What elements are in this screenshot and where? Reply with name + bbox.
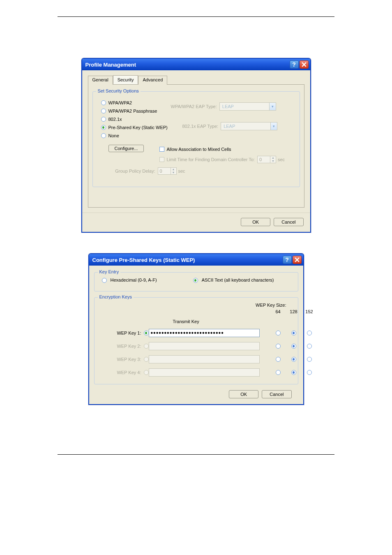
group-encryption-keys: Encryption Keys: [98, 294, 134, 299]
help-icon[interactable]: ?: [290, 60, 299, 69]
window-title: Configure Pre-Shared Keys (Static WEP): [92, 257, 195, 263]
wpa-eap-label: WPA/WPA2 EAP Type:: [171, 104, 217, 109]
gpd-spinner: 0 ▲▼: [158, 167, 177, 175]
wep1-size-128[interactable]: [291, 331, 296, 335]
radio-8021x[interactable]: [101, 117, 106, 122]
wep4-size-64[interactable]: [276, 370, 281, 375]
wep4-size-152[interactable]: [307, 370, 312, 375]
radio-none[interactable]: [101, 133, 106, 138]
wep3-input[interactable]: [149, 355, 260, 363]
wep-key-size-label: WEP Key Size:: [256, 303, 286, 308]
gpd-value: 0: [158, 169, 171, 173]
sec-label-2: sec: [178, 169, 185, 173]
radio-hex[interactable]: [102, 278, 107, 283]
size-128: 128: [286, 309, 302, 314]
limit-time-label: Limit Time for Finding Domain Controller…: [167, 157, 255, 162]
allow-mixed-label: Allow Association to Mixed Cells: [167, 147, 231, 152]
sec-label: sec: [278, 157, 285, 162]
close-icon[interactable]: [293, 256, 302, 264]
profile-management-dialog: Profile Management ? General Security Ad…: [81, 58, 311, 233]
wep3-label: WEP Key 3:: [99, 357, 144, 362]
top-divider: [58, 16, 334, 17]
wep3-size-152[interactable]: [307, 357, 312, 362]
tab-general[interactable]: General: [88, 76, 113, 85]
wep2-size-64[interactable]: [276, 344, 281, 349]
ok-button[interactable]: OK: [229, 390, 258, 398]
cancel-button[interactable]: Cancel: [274, 218, 303, 226]
titlebar: Configure Pre-Shared Keys (Static WEP) ?: [89, 254, 303, 266]
radio-psk-label: Pre-Shared Key (Static WEP): [108, 125, 168, 130]
radio-ascii[interactable]: [193, 278, 198, 283]
wep2-input[interactable]: [149, 342, 260, 350]
help-icon[interactable]: ?: [283, 256, 292, 264]
group-key-entry: Key Entry: [98, 269, 121, 274]
transmit-radio-3: [144, 357, 149, 362]
window-title: Profile Management: [85, 62, 136, 68]
close-icon[interactable]: [300, 60, 309, 69]
cancel-button[interactable]: Cancel: [262, 390, 291, 398]
check-limit-time: [159, 157, 164, 162]
transmit-radio-2: [144, 344, 149, 349]
radio-ascii-label: ASCII Text (all keyboard characters): [202, 278, 274, 282]
transmit-radio-1[interactable]: [144, 331, 149, 335]
wep4-label: WEP Key 4:: [99, 370, 144, 375]
bottom-divider: [58, 454, 334, 455]
radio-wpa-passphrase-label: WPA/WPA2 Passphrase: [108, 109, 157, 113]
wep2-label: WEP Key 2:: [99, 344, 144, 349]
group-policy-delay-label: Group Policy Delay:: [114, 169, 155, 173]
transmit-key-label: Transmit Key: [99, 319, 260, 324]
size-152: 152: [302, 309, 317, 314]
radio-none-label: None: [108, 133, 119, 138]
wep4-size-128[interactable]: [291, 370, 296, 375]
wpa-eap-combo: LEAP ▾: [219, 102, 276, 111]
limit-time-spinner: 0 ▲▼: [257, 156, 276, 163]
wpa-eap-value: LEAP: [220, 104, 269, 109]
ok-button[interactable]: OK: [241, 218, 270, 226]
wep2-size-152[interactable]: [307, 344, 312, 349]
radio-wpa[interactable]: [101, 100, 106, 105]
radio-wpa-label: WPA/WPA2: [108, 100, 132, 105]
limit-time-value: 0: [258, 157, 270, 162]
check-allow-mixed[interactable]: [159, 147, 164, 152]
size-64: 64: [270, 309, 286, 314]
tab-advanced[interactable]: Advanced: [138, 76, 167, 85]
chevron-down-icon: ▾: [269, 103, 276, 110]
wep3-size-64[interactable]: [276, 357, 281, 362]
chevron-down-icon: ▾: [270, 123, 277, 130]
radio-wpa-passphrase[interactable]: [101, 109, 106, 113]
8021x-eap-value: LEAP: [221, 124, 270, 129]
8021x-eap-combo: LEAP ▾: [221, 122, 277, 130]
radio-8021x-label: 802.1x: [108, 117, 122, 122]
radio-psk[interactable]: [101, 125, 106, 130]
wep1-size-152[interactable]: [307, 331, 312, 335]
titlebar: Profile Management ?: [82, 59, 310, 70]
wep1-input[interactable]: •••••••••••••••••••••••••••: [149, 329, 260, 337]
configure-psk-dialog: Configure Pre-Shared Keys (Static WEP) ?…: [88, 253, 304, 405]
wep2-size-128[interactable]: [291, 344, 296, 349]
radio-hex-label: Hexadecimal (0-9, A-F): [111, 278, 157, 282]
wep1-label: WEP Key 1:: [99, 331, 144, 335]
8021x-eap-label: 802.1x EAP Type:: [182, 124, 219, 129]
wep4-input[interactable]: [149, 368, 260, 377]
tab-security[interactable]: Security: [113, 75, 138, 84]
group-security-options: Set Security Options: [96, 88, 141, 93]
tabstrip: General Security Advanced: [88, 75, 304, 84]
wep1-size-64[interactable]: [276, 331, 281, 335]
transmit-radio-4: [144, 370, 149, 375]
wep3-size-128[interactable]: [291, 357, 296, 362]
configure-button[interactable]: Configure...: [108, 145, 144, 152]
